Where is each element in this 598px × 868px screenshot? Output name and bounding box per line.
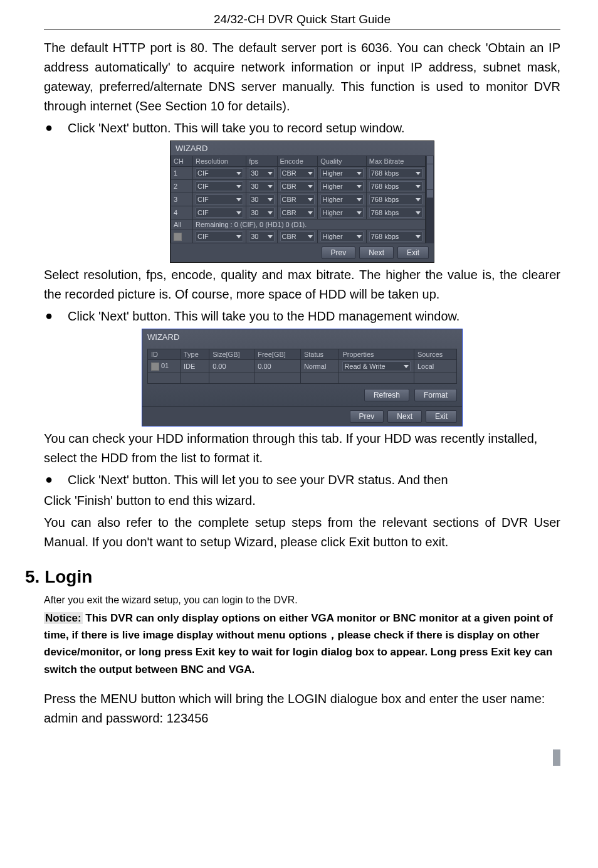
bullet-dot-icon: ● (44, 307, 53, 326)
encode-select[interactable]: CBR (280, 181, 315, 191)
cell-size: 0.00 (209, 360, 254, 373)
scroll-up-icon[interactable] (427, 156, 433, 164)
chevron-down-icon (416, 172, 421, 175)
resolution-select[interactable]: CIF (196, 194, 243, 204)
wizard-hdd-title: WIZARD (142, 329, 462, 345)
hdd-checkbox[interactable] (151, 363, 159, 371)
prev-button[interactable]: Prev (350, 410, 384, 423)
exit-button[interactable]: Exit (397, 246, 429, 259)
chevron-down-icon (357, 172, 362, 175)
paragraph-hdd-info: You can check your HDD information throu… (44, 429, 560, 468)
col-res: Resolution (192, 156, 246, 167)
scroll-thumb[interactable] (427, 164, 433, 189)
bitrate-select[interactable]: 768 kbps (369, 194, 423, 204)
format-button[interactable]: Format (414, 389, 457, 401)
chevron-down-icon (236, 172, 241, 175)
quality-select[interactable]: Higher (320, 168, 363, 178)
resolution-select[interactable]: CIF (196, 231, 243, 241)
bullet-1-text: Click 'Next' button. This will take you … (68, 119, 405, 138)
resolution-select[interactable]: CIF (196, 168, 243, 178)
bullet-2: ● Click 'Next' button. This will take yo… (44, 307, 560, 326)
encode-select[interactable]: CBR (280, 194, 315, 204)
paragraph-after-wizard: After you exit the wizard setup, you can… (44, 595, 560, 606)
scroll-down-icon[interactable] (427, 190, 433, 198)
col-fps: fps (246, 156, 277, 167)
paragraph-login: Press the MENU button which will bring t… (44, 689, 560, 728)
chevron-down-icon (308, 172, 313, 175)
bullet-3-text: Click 'Next' button. This will let you t… (68, 470, 448, 490)
col-src: Sources (414, 349, 456, 360)
paragraph-refer: You can also refer to the complete setup… (44, 513, 560, 552)
header-rule (44, 29, 560, 29)
section-login-heading: 5. Login (25, 567, 560, 587)
all-checkbox[interactable] (174, 233, 182, 241)
wizard-record: WIZARD CH Resolution fps Encode Quality … (170, 140, 434, 263)
cell-src: Local (414, 360, 456, 373)
notice-label: Notice: (44, 612, 83, 624)
col-br: Max Bitrate (366, 156, 426, 167)
table-row: 01 IDE 0.00 0.00 Normal Read & Write Loc… (148, 360, 457, 373)
footer-marker (553, 749, 560, 766)
col-status: Status (300, 349, 339, 360)
table-row: 4 CIF 30 CBR Higher 768 kbps (171, 206, 426, 220)
encode-select[interactable]: CBR (280, 168, 315, 178)
wizard-hdd: WIZARD ID Type Size[GB] Free[GB] Status … (142, 329, 463, 426)
next-button[interactable]: Next (359, 246, 394, 259)
notice-text: This DVR can only display options on eit… (44, 612, 553, 675)
prev-button[interactable]: Prev (322, 246, 356, 259)
resolution-select[interactable]: CIF (196, 208, 243, 218)
bullet-3: ● Click 'Next' button. This will let you… (44, 470, 560, 490)
wizard-record-title: WIZARD (170, 141, 434, 156)
resolution-select[interactable]: CIF (196, 181, 243, 191)
quality-select[interactable]: Higher (320, 181, 363, 191)
quality-select[interactable]: Higher (320, 231, 363, 241)
intro-paragraph: The default HTTP port is 80. The default… (44, 38, 560, 116)
bullet-1: ● Click 'Next' button. This will take yo… (44, 119, 560, 138)
cell-type: IDE (180, 360, 209, 373)
encode-select[interactable]: CBR (280, 208, 315, 218)
cell-ch: 1 (171, 167, 193, 180)
col-free: Free[GB] (254, 349, 301, 360)
fps-select[interactable]: 30 (249, 194, 274, 204)
fps-select[interactable]: 30 (249, 181, 274, 191)
col-size: Size[GB] (209, 349, 254, 360)
paragraph-finish: Click 'Finish' button to end this wizard… (44, 491, 560, 511)
quality-select[interactable]: Higher (320, 208, 363, 218)
fps-select[interactable]: 30 (249, 208, 274, 218)
table-row-all-label: All Remaining : 0 (CIF), 0 (HD1) 0 (D1). (171, 220, 426, 230)
encode-select[interactable]: CBR (280, 231, 315, 241)
table-row-all: CIF 30 CBR Higher 768 kbps (171, 230, 426, 243)
exit-button[interactable]: Exit (426, 410, 457, 423)
next-button[interactable]: Next (387, 410, 422, 423)
col-enc: Encode (277, 156, 318, 167)
footer-stripe (44, 749, 560, 758)
wizard-record-table: CH Resolution fps Encode Quality Max Bit… (170, 156, 426, 243)
bitrate-select[interactable]: 768 kbps (369, 231, 423, 241)
bullet-dot-icon: ● (44, 470, 53, 490)
notice-paragraph: Notice: This DVR can only display option… (44, 610, 560, 678)
cell-status: Normal (300, 360, 339, 373)
col-ch: CH (171, 156, 193, 167)
bitrate-select[interactable]: 768 kbps (369, 181, 423, 191)
col-qual: Quality (318, 156, 366, 167)
page-header: 24/32-CH DVR Quick Start Guide (44, 13, 560, 26)
bullet-2-text: Click 'Next' button. This will take you … (68, 307, 459, 326)
bitrate-select[interactable]: 768 kbps (369, 168, 423, 178)
paragraph-resolution: Select resolution, fps, encode, quality … (44, 265, 560, 304)
scrollbar[interactable] (426, 156, 434, 243)
all-label: All (171, 220, 193, 230)
table-row: 2 CIF 30 CBR Higher 768 kbps (171, 180, 426, 193)
col-type: Type (180, 349, 209, 360)
refresh-button[interactable]: Refresh (364, 389, 409, 401)
table-row: 3 CIF 30 CBR Higher 768 kbps (171, 193, 426, 206)
col-id: ID (148, 349, 181, 360)
fps-select[interactable]: 30 (249, 231, 274, 241)
table-row-empty (148, 373, 457, 384)
properties-select[interactable]: Read & Write (342, 361, 411, 371)
chevron-down-icon (268, 172, 273, 175)
fps-select[interactable]: 30 (249, 168, 274, 178)
quality-select[interactable]: Higher (320, 194, 363, 204)
bullet-dot-icon: ● (44, 119, 53, 138)
bitrate-select[interactable]: 768 kbps (369, 208, 423, 218)
cell-free: 0.00 (254, 360, 301, 373)
